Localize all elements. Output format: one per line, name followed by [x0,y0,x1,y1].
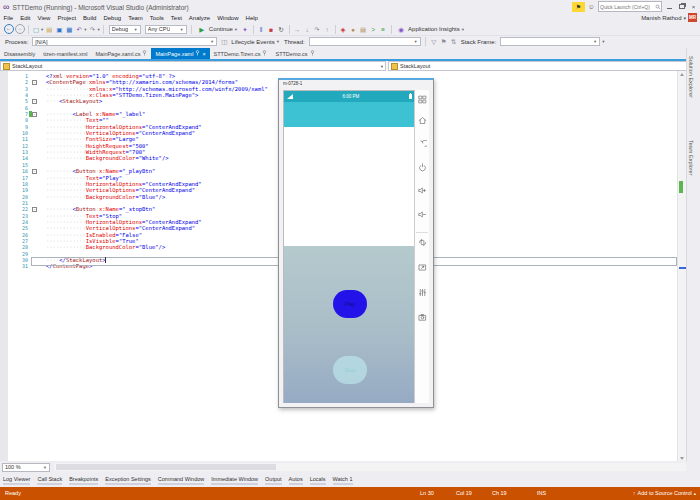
next-statement-icon[interactable]: → [293,25,302,34]
collapse-icon[interactable]: - [32,112,37,117]
scroll-up-icon[interactable] [680,73,684,76]
play-button[interactable]: Play [333,290,367,318]
chevron-down-icon[interactable]: ▾ [98,27,100,32]
menu-item-edit[interactable]: Edit [17,14,34,23]
rotate-icon[interactable] [418,238,427,247]
breakpoint-margin[interactable] [0,71,8,462]
panel-tab-command-window[interactable]: Command Window [158,476,204,485]
filter-threads-icon[interactable]: ▽ [429,37,438,46]
menu-item-analyze[interactable]: Analyze [185,14,213,23]
back-icon[interactable] [418,140,427,149]
nav-forward-icon[interactable]: → [15,24,25,34]
display-scale-icon[interactable] [418,263,427,272]
stack-frame-combo[interactable]: ▾ [500,37,600,46]
panel-tab-output[interactable]: Output [265,476,282,485]
immediate-window-icon[interactable]: > [369,25,378,34]
tizen-emulator-window[interactable]: m-0728-1 6:00 PM Play Stop [278,78,434,408]
minimize-button[interactable] [665,2,674,12]
emulator-screen[interactable]: 6:00 PM Play Stop [283,90,417,403]
save-all-icon[interactable]: ▦ [65,25,74,34]
chevron-down-icon[interactable]: ▾ [84,27,86,32]
panel-tab-watch-1[interactable]: Watch 1 [333,476,353,485]
nav-back-icon[interactable]: ← [4,24,14,34]
stop-button[interactable]: Stop [333,356,367,384]
tab-team-explorer[interactable]: Team Explorer [688,140,694,175]
lifecycle-icon[interactable]: ◫ [220,37,229,46]
quick-launch-input[interactable] [599,4,655,10]
collapse-icon[interactable]: - [32,80,37,85]
restore-button[interactable] [677,2,686,12]
continue-button[interactable]: ▶Continue▾ [197,25,238,34]
tab-tizen-manifest-xml[interactable]: tizen-manifest.xml [39,48,91,59]
panel-tab-autos[interactable]: Autos [289,476,303,485]
screenshot-icon[interactable] [418,313,427,322]
output-window-icon[interactable]: ≡ [379,25,388,34]
feedback-smiley-icon[interactable]: ☺ [588,3,595,10]
volume-down-icon[interactable] [418,210,427,219]
pin-icon[interactable] [142,50,147,57]
diagnostics-icon[interactable]: ◈ [339,25,348,34]
quick-launch-box[interactable] [598,1,662,12]
step-into-icon[interactable]: ↓ [303,25,312,34]
outlining-margin[interactable]: ----- [32,73,42,270]
inspect-icon[interactable]: ✦ [241,25,250,34]
lifecycle-events-button[interactable]: Lifecycle Events▾ [231,39,280,45]
notifications-flag-icon[interactable]: ⚑ [572,2,585,12]
menu-item-tools[interactable]: Tools [146,14,167,23]
debug-config-combo[interactable]: Debug▾ [109,25,141,34]
restart-icon[interactable]: ↻ [277,25,286,34]
step-out-icon[interactable]: ↑ [323,25,332,34]
panel-tab-locals[interactable]: Locals [310,476,326,485]
pin-icon[interactable] [310,50,315,57]
apps-grid-icon[interactable] [418,95,427,104]
menu-item-project[interactable]: Project [54,14,80,23]
new-file-icon[interactable]: ▢ [32,25,41,34]
watch-window-icon[interactable]: ▤ [359,25,368,34]
tab-disassembly[interactable]: Disassembly [0,48,39,59]
open-file-icon[interactable]: ▤ [45,25,54,34]
close-tab-icon[interactable]: × [202,51,205,57]
close-button[interactable]: × [689,2,698,12]
platform-combo[interactable]: Any CPU▾ [145,25,187,34]
volume-up-icon[interactable] [418,186,427,195]
panel-tab-breakpoints[interactable]: Breakpoints [69,476,98,485]
step-over-icon[interactable]: ↷ [313,25,322,34]
pause-icon[interactable]: ‖ [257,25,266,34]
chevron-down-icon[interactable]: ▾ [602,39,604,44]
element-navigator-left[interactable]: StackLayout ▾ [0,61,386,71]
redo-icon[interactable]: ↷ [88,25,97,34]
menu-item-window[interactable]: Window [214,14,242,23]
menu-item-help[interactable]: Help [242,14,261,23]
tab-solution-explorer[interactable]: Solution Explorer [688,56,694,98]
collapse-icon[interactable]: - [32,169,37,174]
pin-icon[interactable] [262,50,267,57]
user-account[interactable]: Manish Rathod ▾ MR [641,13,697,22]
horizontal-scrollbar[interactable] [54,463,686,471]
breakpoint-window-icon[interactable]: ● [349,25,358,34]
menu-item-build[interactable]: Build [80,14,100,23]
menu-item-team[interactable]: Team [125,14,147,23]
tab-sttdemo-cs[interactable]: STTDemo.cs [271,48,318,59]
save-icon[interactable]: ▣ [55,25,64,34]
add-to-source-control-button[interactable]: ↑ Add to Source Control ▴ [633,487,696,500]
app-insights-button[interactable]: ◉Application Insights▾ [396,25,465,34]
undo-icon[interactable]: ↶ [75,25,84,34]
thread-combo[interactable]: ▾ [309,37,421,46]
process-combo[interactable]: [N/A]▾ [32,37,217,46]
panel-tab-immediate-window[interactable]: Immediate Window [211,476,258,485]
horizontal-scroll-thumb[interactable] [56,464,276,470]
element-navigator-right[interactable]: StackLayout ▾ [388,61,697,71]
chevron-down-icon[interactable]: ▾ [41,27,43,32]
pin-icon[interactable] [195,50,200,57]
menu-item-debug[interactable]: Debug [100,14,125,23]
panel-tab-exception-settings[interactable]: Exception Settings [105,476,151,485]
collapse-icon[interactable]: - [32,99,37,104]
collapse-icon[interactable]: - [32,207,37,212]
tab-mainpage-xaml-cs[interactable]: MainPage.xaml.cs [92,48,152,59]
home-icon[interactable] [418,116,427,125]
menu-item-test[interactable]: Test [167,14,185,23]
frames-icon[interactable]: ⇅ [449,37,458,46]
power-icon[interactable] [418,163,427,172]
menu-item-view[interactable]: View [34,14,54,23]
flag-threads-icon[interactable]: ⚑ [439,37,448,46]
